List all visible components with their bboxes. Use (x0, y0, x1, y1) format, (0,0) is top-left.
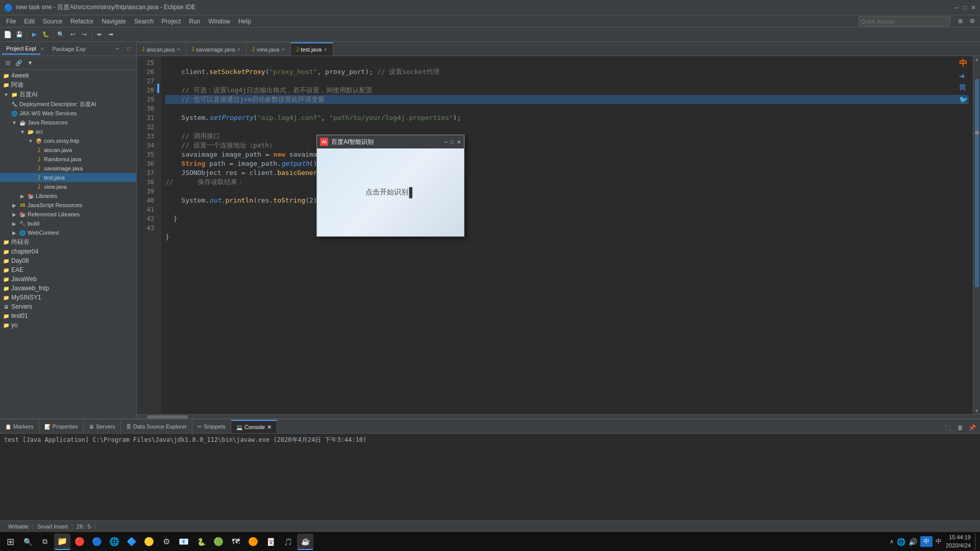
dialog-minimize-btn[interactable]: ─ (444, 139, 448, 145)
tree-item-deployment-descriptor[interactable]: 🔧 Deployment Descriptor: 百度AI (0, 99, 136, 109)
view-menu-btn[interactable]: ▼ (24, 57, 36, 68)
editor-tab-aiscan[interactable]: J aiscan.java ✕ (137, 42, 186, 56)
tree-item-4week[interactable]: 📁 4week (0, 71, 136, 80)
app14-taskbar[interactable]: ☕ (297, 534, 313, 550)
app11-taskbar[interactable]: 🟠 (245, 534, 261, 550)
link-editor-btn[interactable]: 🔗 (13, 57, 24, 68)
app6-taskbar[interactable]: ⚙ (158, 534, 175, 550)
tree-item-referenced-libraries[interactable]: ▶ 📚 Referenced Libraries (0, 210, 136, 219)
undo-btn[interactable]: ↩ (67, 29, 78, 40)
explorer-taskbar[interactable]: 📁 (54, 534, 70, 550)
tab-project-explorer[interactable]: Project Expl (2, 43, 40, 55)
menu-navigate[interactable]: Navigate (97, 17, 130, 26)
close-console-tab[interactable]: ✕ (267, 424, 272, 431)
app7-taskbar[interactable]: 📧 (176, 534, 192, 550)
horizontal-scrollbar[interactable] (137, 414, 980, 418)
pin-console-btn[interactable]: 📌 (967, 422, 978, 433)
menu-window[interactable]: Window (204, 17, 234, 26)
quick-access-input[interactable] (859, 16, 950, 27)
code-editor[interactable]: 25 26 27 28 29 30 31 32 33 34 35 36 37 3… (137, 56, 980, 414)
close-tab-btn[interactable]: ✕ (281, 47, 285, 52)
code-content[interactable]: client.setSocketProxy("proxy_host", prox… (161, 56, 973, 414)
tree-item-eae[interactable]: 📁 EAE (0, 265, 136, 274)
close-tab-btn[interactable]: ✕ (177, 47, 181, 52)
app3-taskbar[interactable]: 🌐 (106, 534, 122, 550)
tab-snippets[interactable]: ✂ Snippets (192, 420, 231, 433)
save-btn[interactable]: 💾 (14, 29, 25, 40)
network-icon[interactable]: 🌐 (897, 538, 905, 546)
tree-item-randomui[interactable]: J Randomui.java (0, 155, 136, 164)
redo-btn[interactable]: ↪ (79, 29, 90, 40)
tab-package-explorer[interactable]: Package Exp (48, 44, 90, 54)
maximize-panel-btn[interactable]: □ (123, 43, 134, 55)
maximize-button[interactable]: □ (963, 4, 967, 11)
menu-source[interactable]: Source (39, 17, 66, 26)
tree-item-js-resources[interactable]: ▶ JS JavaScript Resources (0, 201, 136, 210)
app8-taskbar[interactable]: 🐍 (193, 534, 209, 550)
start-button[interactable]: ⊞ (2, 534, 18, 550)
dialog-maximize-btn[interactable]: □ (451, 139, 454, 145)
simplified-char[interactable]: 简 (959, 83, 968, 92)
system-clock[interactable]: 15:44:19 2020/4/24 (943, 534, 974, 549)
tree-item-mysinsy1[interactable]: 📁 MySINSY1 (0, 293, 136, 302)
show-desktop-btn[interactable] (975, 534, 978, 550)
lang-btn[interactable]: 中 (920, 536, 933, 547)
app2-taskbar[interactable]: 🔵 (89, 534, 105, 550)
menu-refactor[interactable]: Refactor (66, 17, 97, 26)
minimize-button[interactable]: ─ (954, 4, 959, 11)
chinese-char[interactable]: 中 (959, 58, 968, 69)
tree-item-chapter04[interactable]: 📁 chapter04 (0, 247, 136, 256)
scroll-down-btn[interactable]: ▼ (975, 409, 979, 413)
app12-taskbar[interactable]: 🃏 (262, 534, 279, 550)
clear-console-btn[interactable]: 🗑 (954, 422, 966, 433)
tab-console[interactable]: 💻 Console ✕ (231, 420, 277, 433)
tab-markers[interactable]: 📋 Markers (0, 420, 39, 433)
tree-item-yu[interactable]: 📁 yu (0, 320, 136, 330)
app10-taskbar[interactable]: 🗺 (228, 534, 244, 550)
task-view-btn[interactable]: ⧉ (37, 534, 53, 550)
close-tab-btn[interactable]: ✕ (324, 47, 328, 52)
tree-item-servers[interactable]: 🖥 Servers (0, 302, 136, 311)
debug-btn[interactable]: 🐛 (40, 29, 52, 40)
collapse-all-btn[interactable]: ⊟ (2, 57, 13, 68)
app1-taskbar[interactable]: 🔴 (71, 534, 88, 550)
ime-icon[interactable]: 中 (936, 537, 942, 546)
tree-item-view[interactable]: J view.java (0, 182, 136, 191)
editor-tab-test[interactable]: J test.java ✕ (291, 42, 333, 56)
dialog-close-btn[interactable]: ✕ (457, 139, 461, 145)
tab-datasource[interactable]: 🗄 Data Source Explorer (121, 420, 192, 433)
tree-item-day08[interactable]: 📁 Day08 (0, 256, 136, 265)
bird-icon[interactable]: 🐦 (959, 95, 968, 104)
settings-icon[interactable]: ⚙ (967, 16, 978, 27)
arrow-icon[interactable]: ➔ (959, 72, 968, 80)
tree-item-baidu-ai[interactable]: ▼ 📁 百度AI (0, 90, 136, 99)
tree-item-javaweb-fntp[interactable]: 📁 Javaweb_fntp (0, 284, 136, 293)
menu-file[interactable]: File (2, 17, 20, 26)
menu-run[interactable]: Run (185, 17, 204, 26)
close-tab-btn[interactable]: ✕ (237, 47, 241, 52)
minimize-panel-btn[interactable]: ─ (112, 43, 123, 55)
dialog-content-area[interactable]: 点击开始识别 ▌ (317, 148, 464, 236)
app4-taskbar[interactable]: 🔷 (124, 534, 140, 550)
app5-taskbar[interactable]: 🟡 (141, 534, 157, 550)
menu-project[interactable]: Project (158, 17, 185, 26)
layout-icon[interactable]: ⊞ (954, 16, 966, 27)
next-btn[interactable]: ⬅ (93, 29, 105, 40)
close-project-tab[interactable]: ✕ (40, 46, 44, 52)
dialog-titlebar[interactable]: AI 百度AI智能识别 ─ □ ✕ (317, 135, 464, 148)
run-btn[interactable]: ▶ (29, 29, 40, 40)
volume-icon[interactable]: 🔊 (909, 538, 917, 546)
tree-item-javaweb[interactable]: 📁 JavaWeb (0, 274, 136, 284)
tree-item-build[interactable]: ▶ 🔨 build (0, 219, 136, 228)
editor-tab-view[interactable]: J view.java ✕ (247, 42, 291, 56)
tree-item-adi[interactable]: 📁 阿迪 (0, 80, 136, 90)
tree-item-savaimage[interactable]: J savaimage.java (0, 164, 136, 173)
menu-search[interactable]: Search (130, 17, 158, 26)
tree-item-shangguigu[interactable]: 📁 尚硅谷 (0, 237, 136, 247)
tree-item-aiscan[interactable]: J aiscan.java (0, 145, 136, 155)
tree-item-libraries[interactable]: ▶ 📚 Libraries (0, 191, 136, 201)
tree-item-java-resources[interactable]: ▼ ☕ Java Resources (0, 118, 136, 127)
menu-edit[interactable]: Edit (20, 17, 39, 26)
prev-btn[interactable]: ➡ (105, 29, 116, 40)
tree-item-webcontent[interactable]: ▶ 🌐 WebContent (0, 228, 136, 237)
